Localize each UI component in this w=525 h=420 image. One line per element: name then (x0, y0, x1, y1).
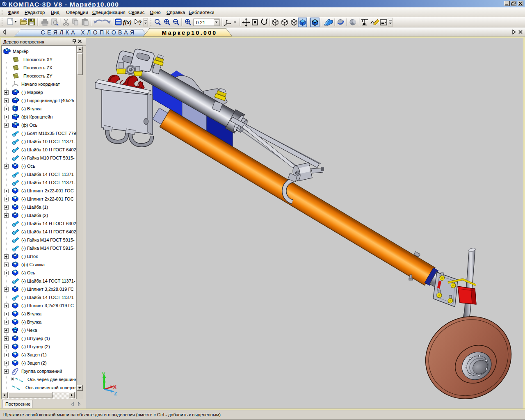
svg-text:Маркёр10.000: Маркёр10.000 (162, 30, 217, 36)
svg-text:f(x): f(x) (123, 19, 132, 26)
svg-text:Y: Y (102, 371, 105, 377)
svg-text:?: ? (138, 19, 142, 26)
svg-text:0.21: 0.21 (196, 20, 205, 25)
svg-text:СЕЯЛКА ХЛОПКОВАЯ: СЕЯЛКА ХЛОПКОВАЯ (41, 29, 136, 36)
svg-text:Z: Z (114, 390, 117, 397)
svg-text:X: X (113, 384, 116, 390)
